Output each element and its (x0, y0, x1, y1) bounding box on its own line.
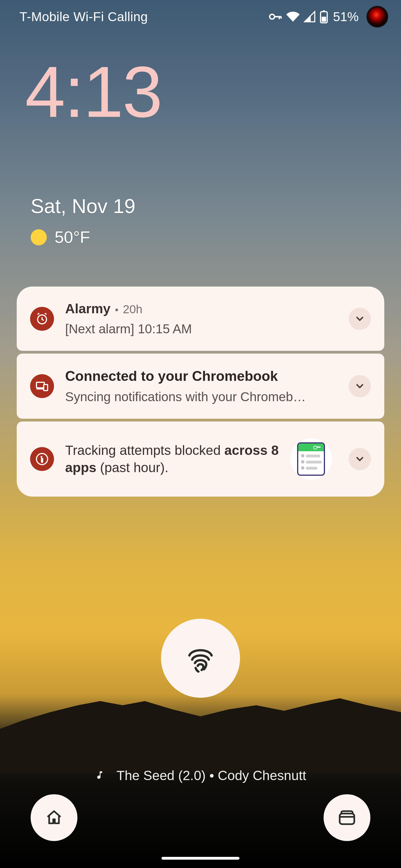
expand-notification-button[interactable] (349, 308, 371, 330)
now-playing-title: The Seed (2.0) • Cody Chesnutt (116, 768, 306, 783)
battery-icon (320, 10, 328, 23)
status-bar: T-Mobile Wi-Fi Calling 51% (0, 0, 401, 33)
weather-row: 50°F (31, 227, 135, 247)
notification-alarmy[interactable]: Alarmy • 20h [Next alarm] 10:15 AM (17, 286, 384, 351)
smart-home-shortcut-button[interactable] (31, 794, 78, 841)
notification-duckduckgo[interactable]: Tracking attempts blocked across 8 apps … (17, 422, 384, 497)
music-note-icon (95, 770, 105, 781)
notification-body: Tracking attempts blocked across 8 apps … (65, 442, 279, 476)
svg-rect-6 (44, 384, 48, 391)
now-playing-bar[interactable]: The Seed (2.0) • Cody Chesnutt (0, 768, 401, 783)
expand-notification-button[interactable] (349, 375, 371, 397)
svg-point-8 (42, 457, 44, 458)
chromebook-app-icon (30, 374, 54, 398)
notification-thumbnail (290, 438, 332, 480)
wallet-shortcut-button[interactable] (323, 794, 370, 841)
cellular-signal-icon (304, 10, 316, 23)
vpn-key-icon (268, 9, 282, 24)
lockscreen-clock: 4:13 (25, 56, 162, 128)
wifi-icon (286, 10, 299, 23)
alarmy-app-icon (30, 307, 54, 331)
date-weather-block[interactable]: Sat, Nov 19 50°F (31, 195, 135, 247)
notification-stack: Alarmy • 20h [Next alarm] 10:15 AM Conne… (17, 286, 384, 497)
notification-chromebook[interactable]: Connected to your Chromebook Syncing not… (17, 353, 384, 419)
svg-rect-3 (322, 17, 326, 22)
fingerprint-unlock-button[interactable] (161, 619, 240, 698)
svg-rect-9 (340, 813, 354, 824)
svg-rect-2 (323, 10, 325, 12)
hal-9000-icon (368, 7, 387, 26)
notification-body: [Next alarm] 10:15 AM (65, 321, 316, 336)
svg-rect-5 (36, 382, 44, 388)
notification-body: Syncing notifications with your Chromeb… (65, 389, 316, 404)
carrier-label: T-Mobile Wi-Fi Calling (20, 9, 148, 24)
duckduckgo-app-icon (30, 447, 54, 471)
separator-dot: • (115, 304, 119, 316)
wallpaper-mountains (0, 690, 401, 773)
weather-sunny-icon (31, 229, 47, 245)
notification-title: Connected to your Chromebook (65, 368, 338, 384)
lockscreen-date: Sat, Nov 19 (31, 195, 135, 218)
expand-notification-button[interactable] (349, 448, 371, 470)
notification-age: 20h (123, 303, 142, 316)
weather-temperature: 50°F (55, 227, 90, 247)
svg-point-0 (269, 14, 274, 19)
gesture-nav-handle[interactable] (162, 857, 239, 860)
notification-app-name: Alarmy (65, 301, 111, 316)
battery-percentage: 51% (333, 9, 359, 24)
status-icons: 51% (268, 7, 387, 26)
